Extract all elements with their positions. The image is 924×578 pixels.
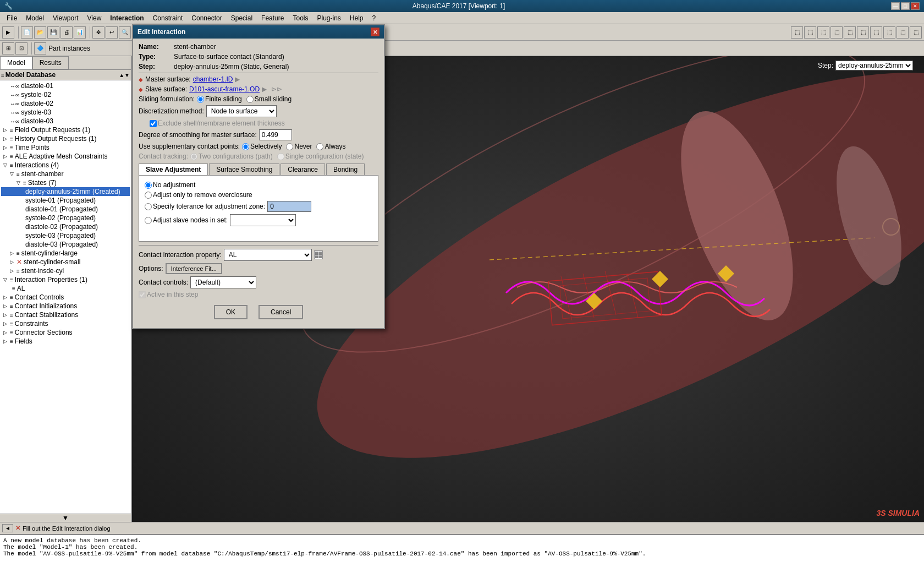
menu-viewport[interactable]: Viewport [48, 13, 82, 23]
tree-item-ale[interactable]: ▷≡ALE Adaptive Mesh Constraints [1, 152, 130, 161]
tree-item-stent-cylinder-small[interactable]: ▷✕stent-cylinder-small [1, 258, 130, 266]
supplementary-selectively-option[interactable]: Selectively [242, 143, 282, 150]
tree-item-diastole-01[interactable]: ↔∞diastole-01 [1, 81, 130, 90]
active-step-option[interactable]: Active in this step [139, 291, 198, 298]
tb-zoom[interactable]: 🔍 [119, 26, 131, 39]
contact-property-grid-icon[interactable] [314, 250, 323, 259]
tree-item-deploy-annulus[interactable]: deploy-annulus-25mm (Created) [1, 187, 130, 196]
tree-item-interactions[interactable]: ▽≡Interactions (4) [1, 161, 130, 170]
tree-item-contact-controls[interactable]: ▷≡Contact Controls [1, 293, 130, 302]
menu-model[interactable]: Model [21, 13, 48, 23]
tb-right-10[interactable]: ⬚ [910, 26, 922, 39]
menu-view[interactable]: View [83, 13, 106, 23]
no-adjustment-option[interactable]: No adjustment [145, 181, 195, 189]
tb-rotate[interactable]: ↩ [106, 26, 118, 39]
tree-scroll-down[interactable]: ▼ [0, 514, 131, 522]
slave-surface-arrow[interactable]: ▶ [262, 85, 267, 93]
tree-item-systole-01-prop[interactable]: systole-01 (Propagated) [1, 196, 130, 205]
slave-surface-link[interactable]: D101-ascut-frame-1.OD [189, 85, 260, 93]
tree-item-field-output[interactable]: ▷≡Field Output Requests (1) [1, 126, 130, 134]
db-up-btn[interactable]: ▲ [119, 72, 124, 78]
expand-icon[interactable]: ▷ [10, 259, 16, 265]
menu-constraint[interactable]: Constraint [148, 13, 188, 23]
master-surface-link[interactable]: chamber-1.ID [193, 75, 233, 83]
sliding-small-option[interactable]: Small sliding [246, 95, 292, 103]
tab-slave-adjustment[interactable]: Slave Adjustment [139, 163, 208, 175]
tree-item-systole-03-prop[interactable]: systole-03 (Propagated) [1, 231, 130, 240]
cancel-button[interactable]: Cancel [258, 305, 303, 319]
menu-plugins[interactable]: Plug-ins [312, 13, 345, 23]
sliding-finite-option[interactable]: Finite sliding [197, 95, 242, 103]
tb-icon-start[interactable]: ▶ [2, 26, 14, 39]
tree-item-systole-02-prop[interactable]: systole-02 (Propagated) [1, 214, 130, 222]
tree-item-stent-cylinder-large[interactable]: ▷≡stent-cylinder-large [1, 249, 130, 258]
tb-new[interactable]: 📄 [21, 26, 33, 39]
expand-icon[interactable]: ▷ [3, 330, 10, 335]
expand-icon[interactable]: ▷ [10, 268, 16, 274]
expand-icon[interactable]: ▽ [16, 180, 23, 186]
tree-item-history-output[interactable]: ▷≡History Output Requests (1) [1, 134, 130, 143]
tb-move[interactable]: ✥ [92, 26, 105, 39]
supplementary-selectively-radio[interactable] [242, 143, 249, 150]
tb-right-7[interactable]: ⬚ [870, 26, 882, 39]
slave-surface-play-btn[interactable]: ⊳⊳ [271, 85, 282, 93]
expand-icon[interactable]: ▽ [3, 277, 10, 282]
menu-special[interactable]: Special [227, 13, 257, 23]
smoothing-input[interactable] [259, 129, 292, 140]
adjust-slave-radio[interactable] [145, 217, 152, 224]
tree-item-contact-init[interactable]: ▷≡Contact Initializations [1, 302, 130, 310]
tab-clearance[interactable]: Clearance [280, 163, 325, 175]
expand-icon[interactable]: ▷ [3, 145, 10, 150]
tab-results[interactable]: Results [32, 56, 69, 69]
sliding-small-radio[interactable] [246, 96, 254, 103]
tree-item-diastole-03-prop[interactable]: diastole-03 (Propagated) [1, 240, 130, 249]
tb-right-6[interactable]: ⬚ [857, 26, 869, 39]
menu-interaction[interactable]: Interaction [106, 13, 148, 23]
menu-file[interactable]: File [2, 13, 21, 23]
tb-open[interactable]: 📂 [34, 26, 46, 39]
tree-item-interaction-props[interactable]: ▽≡Interaction Properties (1) [1, 275, 130, 284]
expand-icon[interactable]: ▷ [3, 303, 10, 309]
expand-icon[interactable]: ▷ [3, 154, 10, 159]
tab-bonding[interactable]: Bonding [326, 163, 365, 175]
adjust-only-radio[interactable] [145, 192, 152, 199]
minimize-button[interactable]: — [891, 2, 900, 10]
expand-icon[interactable]: ▷ [3, 295, 10, 300]
tb-right-2[interactable]: ⬚ [804, 26, 816, 39]
menu-help[interactable]: Help [345, 13, 368, 23]
tab-model[interactable]: Model [0, 56, 32, 69]
maximize-button[interactable]: □ [901, 2, 910, 10]
tree-item-stent-chamber[interactable]: ▽≡stent-chamber [1, 170, 130, 178]
tb-btn5[interactable]: 📊 [74, 26, 86, 39]
tree-item-systole-03[interactable]: ↔∞systole-03 [1, 108, 130, 117]
tb-right-8[interactable]: ⬚ [883, 26, 895, 39]
expand-icon[interactable]: ▷ [10, 250, 16, 256]
sliding-finite-radio[interactable] [197, 96, 204, 103]
contact-property-select[interactable]: AL [224, 249, 312, 261]
tb-right-4[interactable]: ⬚ [831, 26, 843, 39]
ok-button[interactable]: OK [214, 305, 248, 319]
expand-icon[interactable]: ▽ [3, 162, 10, 168]
tb2-icon1[interactable]: ⊞ [2, 42, 14, 54]
tree-item-al[interactable]: ≡AL [1, 284, 130, 293]
expand-icon[interactable]: ▷ [3, 127, 10, 133]
adjust-slave-select[interactable] [230, 214, 296, 226]
tree-item-diastole-01-prop[interactable]: diastole-01 (Propagated) [1, 205, 130, 214]
menu-tools[interactable]: Tools [288, 13, 312, 23]
tree-item-connector-sections[interactable]: ▷≡Connector Sections [1, 328, 130, 337]
nav-back-button[interactable]: ◄ [2, 524, 13, 532]
tree-item-diastole-03[interactable]: ↔∞diastole-03 [1, 117, 130, 126]
specify-tolerance-input[interactable] [267, 201, 311, 212]
tb-right-9[interactable]: ⬚ [897, 26, 909, 39]
tb-right-5[interactable]: ⬚ [844, 26, 856, 39]
menu-question[interactable]: ? [368, 13, 381, 23]
tb-right-1[interactable]: ⬚ [791, 26, 803, 39]
supplementary-never-radio[interactable] [286, 143, 293, 150]
master-surface-arrow[interactable]: ▶ [235, 75, 240, 83]
no-adjustment-radio[interactable] [145, 182, 152, 189]
tab-surface-smoothing[interactable]: Surface Smoothing [209, 163, 279, 175]
exclude-shell-checkbox[interactable] [150, 120, 157, 127]
specify-tolerance-radio[interactable] [145, 203, 152, 210]
supplementary-always-radio[interactable] [316, 143, 323, 150]
tb-right-3[interactable]: ⬚ [817, 26, 829, 39]
